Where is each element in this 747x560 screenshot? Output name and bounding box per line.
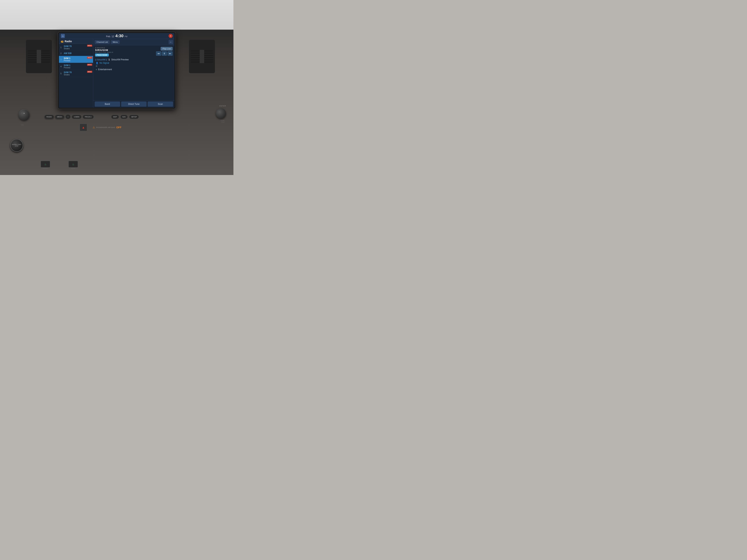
play-live-button[interactable]: Play Live [161, 47, 173, 51]
knob-indicator [24, 113, 25, 114]
ampm-display: PM [125, 35, 127, 37]
channel-num-1: 1 [60, 46, 63, 49]
sirius-text: ((·SiriusXM·)) [95, 47, 105, 49]
channel-num-2: 2 [60, 52, 63, 54]
update-row: ⟳ [95, 65, 173, 68]
channel-item-5[interactable]: 5 SXM 70 Sinatra ●REC [59, 70, 93, 77]
brand-name: SIRIUSXM [95, 49, 108, 52]
rec-badge-4: ●REC [87, 64, 92, 66]
tune-file-label: TUNEFILE [221, 120, 225, 123]
channel-item-2[interactable]: 2 AM 530 [59, 51, 93, 56]
category-row: ≡ Entertainment [95, 68, 173, 71]
nav-button-row: MAP NAV SETUP [111, 115, 139, 119]
scan-button[interactable]: Scan [148, 102, 173, 107]
prev-button[interactable]: ⏮ [156, 51, 161, 56]
seat-heater-buttons: ♨ FRONT ♨ REAR [41, 161, 78, 169]
category-text: Entertainment [98, 68, 112, 71]
channel-item-1[interactable]: 1 SXM 70 Sinatra ●REC [59, 44, 93, 51]
bottom-controls: Band Direct Tune Scan [93, 100, 175, 108]
track-up-button[interactable]: TRACK∧ [83, 115, 94, 119]
station-number: 1 [108, 58, 110, 61]
siriusxm-logo: ((·SiriusXM·)) SIRIUSXM SATELLITE RADIO … [95, 47, 113, 56]
rec-badge-5: ●REC [87, 71, 92, 73]
airbag-indicator: ⚠ PASSENGER AIR BAG OFF [93, 126, 121, 129]
np-top-row: ((·SiriusXM·)) SIRIUSXM SATELLITE RADIO … [95, 47, 173, 57]
airbag-label: PASSENGER AIR BAG [96, 127, 115, 129]
airbag-status: OFF [116, 126, 121, 129]
front-seat-area: ♨ FRONT [41, 161, 50, 169]
rear-seat-button[interactable]: ♨ [69, 161, 78, 167]
map-button[interactable]: MAP [111, 115, 119, 119]
front-seat-label: FRONT [41, 168, 50, 169]
main-content: 📻 Radio 1 SXM 70 Sinatra ●REC 2 AM [59, 39, 175, 108]
volume-knob[interactable] [19, 109, 30, 121]
screen-bezel: Feb. 12 4:30 PM ● 📻 Radio 1 SXM 70 Si [57, 31, 176, 109]
date-display: Feb. 12 [106, 35, 114, 38]
radio-button[interactable]: RADIO [45, 115, 54, 119]
channel-item-3[interactable]: 3 SXM 1 Preview ●REC [59, 56, 93, 63]
engine-start-button[interactable]: ENGINE START STOP [10, 139, 23, 152]
channel-sub-4: Preview [64, 67, 92, 69]
volume-knob-area[interactable] [19, 109, 30, 121]
station-name: SiriusXM Preview [111, 58, 129, 61]
signal-status-row: 👤 No Signal [95, 62, 173, 64]
warning-area: ▲ ⚠ PASSENGER AIR BAG OFF [80, 124, 121, 131]
station-info-row: ((·SiriusXM·)) 1 SiriusXM Preview [95, 58, 173, 61]
enter-label: ENTER [220, 105, 226, 107]
infotainment-screen: Feb. 12 4:30 PM ● 📻 Radio 1 SXM 70 Si [59, 33, 175, 108]
setup-button[interactable]: SETUP [129, 115, 139, 119]
channel-item-4[interactable]: 4 SXM 1 Preview ●REC [59, 63, 93, 70]
home-button[interactable] [61, 34, 65, 38]
panel-header: 📻 Radio [59, 39, 93, 44]
direct-tune-button[interactable]: Direct Tune [121, 102, 147, 107]
front-seat-button[interactable]: ♨ [41, 161, 50, 167]
brand-sub: SATELLITE RADIO [95, 52, 113, 53]
right-vent [189, 40, 215, 73]
engine-start-label: ENGINE START STOP [11, 144, 23, 147]
channel-sub-3: Preview [64, 60, 92, 62]
date-time-display: Feb. 12 4:30 PM [106, 33, 127, 38]
status-bar: Feb. 12 4:30 PM ● [59, 33, 175, 39]
left-vent [26, 40, 52, 73]
pause-button[interactable]: ⏸ [162, 51, 167, 56]
rear-seat-label: REAR [69, 168, 78, 169]
band-button[interactable]: Band [95, 102, 120, 107]
rec-badge-3: ●REC [87, 57, 92, 59]
media-button[interactable]: MEDIA [55, 115, 65, 119]
channel-list-button[interactable]: Channel List [95, 40, 110, 44]
now-playing-content: ((·SiriusXM·)) SIRIUSXM SATELLITE RADIO … [93, 45, 175, 100]
person-icon: 👤 [96, 62, 98, 64]
controls-area: Play Live ⏮ ⏸ ⏭ [156, 47, 173, 57]
time-display: 4:30 [115, 33, 124, 38]
seat-heater-rear-icon: ♨ [72, 163, 75, 166]
action-bar: Channel List Menu ← [93, 39, 175, 45]
hazard-button[interactable]: ▲ [80, 124, 87, 131]
seek-down-button[interactable]: ∨SEEK [72, 115, 81, 119]
radio-icon: 📻 [61, 40, 63, 43]
channel-num-5: 5 [60, 73, 63, 75]
channel-num-4: 4 [60, 65, 63, 68]
signal-icon: ● [169, 34, 173, 38]
seat-heater-front-icon: ♨ [44, 163, 47, 166]
transport-controls: ⏮ ⏸ ⏭ [156, 51, 173, 56]
channel-info-2: AM 530 [64, 52, 92, 55]
enter-knob-area[interactable]: ENTER TUNEFILE [216, 108, 226, 118]
back-button[interactable]: ← [169, 40, 173, 44]
airbag-icon: ⚠ [93, 126, 95, 129]
menu-button[interactable]: Menu [111, 40, 120, 44]
channel-sub-5: Sinatra [64, 74, 92, 76]
hazard-icon: ▲ [82, 126, 85, 129]
nav-button[interactable]: NAV [121, 115, 128, 119]
rec-badge-1: ●REC [87, 45, 92, 47]
update-icon: ⟳ [96, 65, 98, 68]
rear-seat-area: ♨ REAR [69, 161, 78, 169]
enter-knob[interactable] [216, 108, 226, 118]
favorite-button[interactable]: ☆ [66, 114, 71, 119]
channel-list-panel: 📻 Radio 1 SXM 70 Sinatra ●REC 2 AM [59, 39, 93, 108]
button-row: RADIO MEDIA ☆ ∨SEEK TRACK∧ [45, 114, 94, 119]
next-button[interactable]: ⏭ [168, 51, 173, 56]
vol-label: VOL [21, 124, 24, 126]
channel-sub-1: Sinatra [64, 48, 92, 50]
preview-badge: PREVIEW [95, 54, 109, 56]
siriusxm-wave-icon: ((·SiriusXM·)) [95, 58, 107, 61]
